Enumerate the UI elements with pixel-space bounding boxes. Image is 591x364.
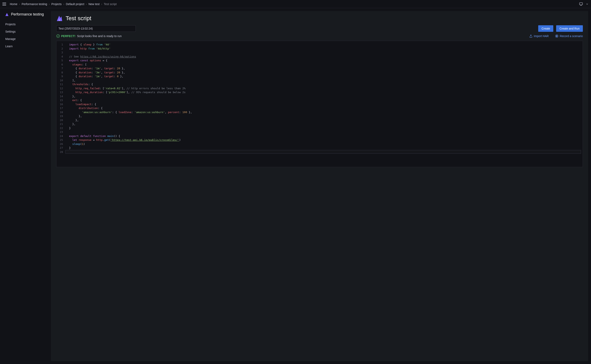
import-har-link[interactable]: Import HAR: [529, 34, 549, 38]
record-icon: [555, 34, 559, 38]
breadcrumb-projects[interactable]: Projects: [51, 2, 62, 6]
chevron-right-icon: ›: [86, 2, 87, 6]
record-scenario-link[interactable]: Record a scenario: [555, 34, 583, 38]
topbar: Home › Performance testing › Projects › …: [0, 0, 591, 8]
svg-marker-3: [6, 13, 9, 16]
check-circle-icon: [56, 34, 60, 38]
status-ok-text: PERFECT!: [61, 34, 75, 38]
chevron-right-icon: ›: [63, 2, 65, 6]
upload-icon: [529, 34, 533, 38]
breadcrumb-current: Test script: [104, 2, 117, 6]
breadcrumb: Home › Performance testing › Projects › …: [10, 2, 117, 6]
test-name-input[interactable]: [56, 25, 136, 32]
sidebar-item-learn[interactable]: Learn: [0, 43, 51, 50]
svg-point-9: [556, 35, 557, 37]
breadcrumb-home[interactable]: Home: [10, 2, 17, 6]
code-content[interactable]: import { sleep } from 'k6'import http fr…: [65, 43, 583, 165]
code-editor[interactable]: 1234567891011121314151617181920212223242…: [56, 41, 583, 167]
breadcrumb-default-project[interactable]: Default project: [66, 2, 84, 6]
svg-text:k6: k6: [59, 19, 60, 21]
hamburger-menu-icon[interactable]: [2, 2, 7, 6]
status-message: Script looks fine and is ready to run: [77, 34, 122, 38]
page-title: Test script: [66, 15, 91, 22]
sidebar-item-manage[interactable]: Manage: [0, 35, 51, 43]
k6-logo-icon: [5, 13, 9, 17]
svg-point-6: [57, 35, 60, 38]
chevron-down-icon[interactable]: [586, 3, 589, 6]
import-har-label: Import HAR: [534, 34, 549, 38]
main: k6 Test script Create Create and Run PER…: [51, 11, 588, 361]
breadcrumb-perf-testing[interactable]: Performance testing: [22, 2, 47, 6]
k6-logo-icon: k6: [56, 15, 63, 21]
chevron-right-icon: ›: [49, 2, 50, 6]
line-gutter: 1234567891011121314151617181920212223242…: [56, 43, 65, 165]
breadcrumb-new-test[interactable]: New test: [88, 2, 99, 6]
record-scenario-label: Record a scenario: [560, 34, 583, 38]
sidebar-item-settings[interactable]: Settings: [0, 28, 51, 35]
sidebar-title: Performance testing: [11, 12, 44, 17]
chevron-right-icon: ›: [19, 2, 20, 6]
monitor-icon[interactable]: [579, 2, 583, 6]
svg-rect-0: [580, 3, 583, 5]
sidebar: Performance testing Projects Settings Ma…: [0, 8, 51, 364]
chevron-right-icon: ›: [101, 2, 102, 6]
status-ok: PERFECT!: [56, 34, 75, 38]
sidebar-item-projects[interactable]: Projects: [0, 21, 51, 28]
create-and-run-button[interactable]: Create and Run: [556, 25, 583, 32]
create-button[interactable]: Create: [538, 25, 553, 32]
